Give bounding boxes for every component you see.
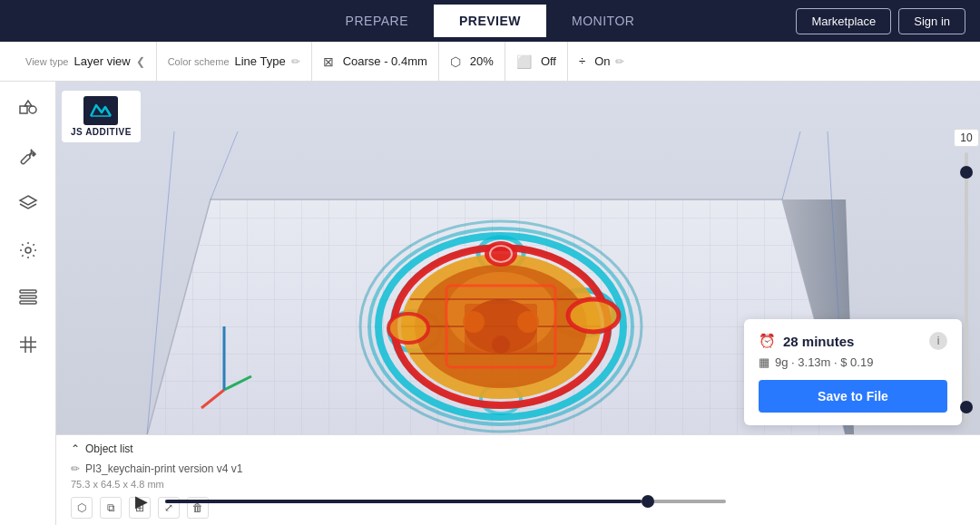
view-type-label: View type [25,56,69,67]
svg-point-26 [392,247,610,406]
svg-point-27 [369,228,632,424]
svg-line-19 [782,131,800,199]
slider-track[interactable] [965,152,968,427]
svg-point-4 [25,248,31,253]
adhesion-divider: ÷ [579,54,585,68]
fill-icon: ⬡ [450,54,461,69]
color-scheme-section: Color scheme Line Type ✏ [157,42,312,81]
svg-point-38 [485,241,517,267]
view-type-chevron[interactable]: ❮ [136,55,145,68]
nozzle-section: ⊠ Coarse - 0.4mm [312,42,439,81]
support-section: ⬜ Off [505,42,568,81]
sidebar-icon-grid[interactable] [12,328,44,361]
clock-icon: ⏰ [759,333,776,349]
bottom-panel: ⌃ Object list ✏ PI3_keychain-print versi… [56,434,980,525]
info-time-left: ⏰ 28 minutes [759,333,854,349]
nozzle-value: Coarse - 0.4mm [343,54,427,68]
toolbar: View type Layer view ❮ Color scheme Line… [0,42,980,82]
svg-marker-13 [147,199,846,435]
logo-area: JS ADDITIVE [62,91,141,142]
adhesion-edit-icon[interactable]: ✏ [615,55,624,68]
sidebar-icon-shapes[interactable] [12,92,44,125]
sidebar-icon-layers[interactable] [12,187,44,219]
object-name: PI3_keychain-print version v4 v1 [85,462,242,475]
main-area: View type Layer view ❮ Color scheme Line… [0,42,980,525]
svg-point-25 [378,236,623,417]
tab-preview[interactable]: PREVIEW [434,5,546,37]
action-icon-duplicate[interactable]: ⧉ [100,497,122,519]
nav-tabs: PREPARE PREVIEW MONITOR [320,5,661,37]
svg-line-20 [147,131,174,435]
svg-point-35 [415,265,587,388]
object-name-row: ✏ PI3_keychain-print version v4 v1 [71,462,965,475]
progress-thumb[interactable] [642,495,654,508]
adhesion-value: On [594,54,610,68]
material-info: 9g · 3.13m · $ 0.19 [775,355,873,369]
color-scheme-label: Color scheme [168,56,230,67]
svg-point-28 [360,221,642,432]
sidebar-icon-object-list[interactable] [12,281,44,314]
nav-right: Marketplace Sign in [796,8,965,34]
svg-point-36 [446,272,555,354]
adhesion-section: ÷ On ✏ [568,42,635,81]
svg-point-1 [29,106,36,113]
svg-rect-6 [20,296,36,298]
marketplace-button[interactable]: Marketplace [796,8,891,34]
playback-controls: ▶ [129,489,726,514]
svg-point-45 [463,311,485,333]
signin-button[interactable]: Sign in [898,8,965,34]
support-icon: ⬜ [516,54,532,69]
svg-rect-44 [465,304,537,354]
info-time-row: ⏰ 28 minutes i [759,332,947,350]
logo-text: JS ADDITIVE [71,127,132,137]
svg-rect-0 [20,106,27,113]
right-info-card: ⏰ 28 minutes i ▦ 9g · 3.13m · $ 0.19 Sav… [744,319,962,425]
svg-point-51 [388,314,428,343]
svg-point-29 [551,290,614,335]
pencil-icon: ✏ [71,462,80,475]
svg-point-33 [401,254,601,399]
svg-line-22 [201,390,224,408]
print-time: 28 minutes [783,334,854,349]
action-icon-cube[interactable]: ⬡ [71,497,93,519]
svg-point-37 [465,299,537,354]
svg-point-34 [394,248,608,405]
filament-icon: ▦ [759,355,769,369]
svg-line-18 [211,131,238,199]
svg-point-32 [481,384,521,413]
save-to-file-button[interactable]: Save to File [759,380,947,413]
object-list-header: ⌃ Object list [71,442,965,455]
tab-monitor[interactable]: MONITOR [546,5,660,37]
slider-handle-bottom[interactable] [960,401,973,413]
svg-point-49 [568,299,619,332]
svg-marker-14 [147,199,846,435]
slider-value: 10 [954,129,978,147]
slider-handle-top[interactable] [960,166,973,179]
svg-marker-2 [24,101,32,106]
top-nav: PREPARE PREVIEW MONITOR Marketplace Sign… [0,0,980,42]
logo-box: JS ADDITIVE [62,91,141,142]
sidebar-icon-wrench[interactable] [12,140,44,172]
progress-track[interactable] [165,500,726,503]
object-list-label: Object list [85,442,133,455]
right-slider[interactable]: 10 [953,122,980,434]
svg-point-50 [388,314,428,343]
info-material: ▦ 9g · 3.13m · $ 0.19 [759,355,947,369]
tab-prepare[interactable]: PREPARE [320,5,434,37]
color-scheme-edit-icon[interactable]: ✏ [291,55,300,68]
fill-value: 20% [470,54,494,68]
sidebar-icon-settings[interactable] [12,234,44,267]
svg-point-31 [478,238,524,270]
svg-rect-7 [20,301,36,304]
svg-point-47 [492,335,510,354]
color-scheme-value: Line Type [235,54,286,68]
svg-point-39 [490,246,512,262]
left-sidebar [0,82,56,525]
svg-rect-5 [20,290,36,293]
svg-point-30 [389,311,440,351]
view-type-section: View type Layer view ❮ [15,42,157,81]
progress-fill [165,500,642,503]
play-button[interactable]: ▶ [129,489,154,514]
object-dimensions: 75.3 x 64.5 x 4.8 mm [71,479,965,490]
info-icon[interactable]: i [929,332,947,350]
